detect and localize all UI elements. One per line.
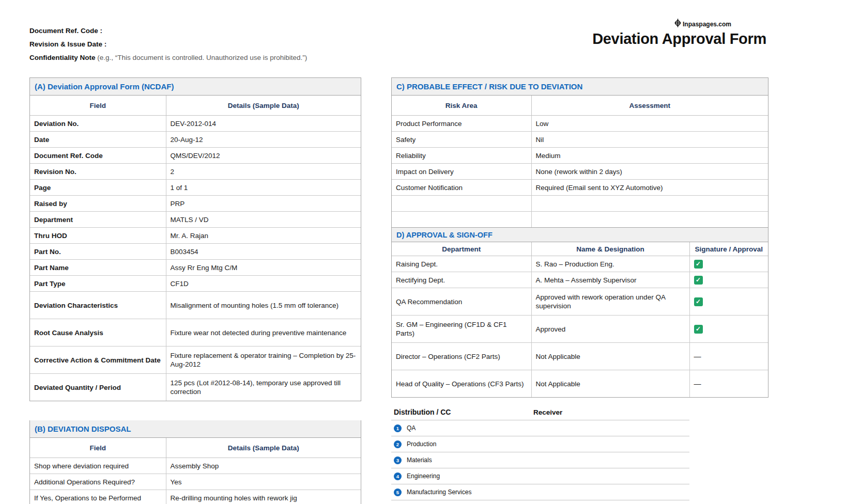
field-value: Fixture replacement & operator training … — [166, 346, 361, 374]
column-header-risk-area: Risk Area — [392, 96, 531, 116]
field-label: Deviation Characteristics — [30, 292, 166, 319]
table-row: Product Performance Low — [392, 116, 768, 132]
field-label: Root Cause Analysis — [30, 319, 166, 346]
table-row: Corrective Action & Commitment Date Fixt… — [30, 346, 361, 374]
field-value: Re-drilling mounting holes with rework j… — [166, 490, 361, 504]
confidentiality-label: Confidentiality Note — [29, 54, 96, 61]
risk-area: Product Performance — [392, 116, 531, 132]
section-c-rows: Product Performance Low Safety Nil Relia… — [392, 116, 768, 228]
logo-text: Inpaspages.com — [683, 21, 731, 28]
assessment-value: Nil — [531, 132, 768, 148]
approver-name: Not Applicable — [531, 343, 689, 370]
table-row: Reliability Medium — [392, 148, 768, 164]
table-row: Safety Nil — [392, 132, 768, 148]
distribution-item-label: Engineering — [407, 472, 440, 480]
table-row: Impact on Delivery None (rework within 2… — [392, 164, 768, 180]
logo: Inpaspages.com — [674, 19, 731, 29]
table-row: Part No. B003454 — [30, 244, 361, 260]
field-value: CF1D — [166, 276, 361, 292]
table-row: Part Type CF1D — [30, 276, 361, 292]
field-value: 1 of 1 — [166, 180, 361, 196]
risk-area — [392, 212, 531, 228]
table-row: Head of Quality – Operations (CF3 Parts)… — [392, 370, 768, 398]
approved-check-icon: ✓ — [694, 297, 703, 306]
section-c: C) PROBABLE EFFECT / RISK DUE TO DEVIATI… — [391, 77, 768, 228]
field-value: Assembly Shop — [166, 458, 361, 474]
section-a-table: Field Details (Sample Data) Deviation No… — [30, 96, 361, 401]
table-row: Rectifying Dept. A. Mehta – Assembly Sup… — [392, 272, 768, 288]
field-value: 2 — [166, 164, 361, 180]
signature-cell: ✓ — [689, 288, 768, 316]
field-value: Misalignment of mounting holes (1.5 mm o… — [166, 292, 361, 319]
assessment-value — [531, 196, 768, 212]
field-label: Raised by — [30, 196, 166, 212]
risk-area: Customer Notification — [392, 180, 531, 196]
field-label: Part Type — [30, 276, 166, 292]
distribution-item: 1 QA — [391, 420, 689, 436]
table-row: Director – Operations (CF2 Parts) Not Ap… — [392, 343, 768, 370]
distribution-item-label: Materials — [407, 456, 432, 464]
table-header-row: Department Name & Designation Signature … — [392, 242, 768, 256]
numbered-bullet-icon: 2 — [394, 440, 402, 448]
table-row: Part Name Assy Rr Eng Mtg C/M — [30, 260, 361, 276]
numbered-bullet-icon: 1 — [394, 424, 402, 432]
section-b: (B) DEVIATION DISPOSAL Field Details (Sa… — [29, 420, 361, 504]
field-value: Fixture wear not detected during prevent… — [166, 319, 361, 346]
field-value: Assy Rr Eng Mtg C/M — [166, 260, 361, 276]
table-row: Date 20-Aug-12 — [30, 132, 361, 148]
approver-department: Raising Dept. — [392, 256, 531, 272]
field-label: Corrective Action & Commitment Date — [30, 346, 166, 374]
field-label: Date — [30, 132, 166, 148]
section-b-title: (B) DEVIATION DISPOSAL — [30, 420, 361, 438]
section-c-table: Risk Area Assessment Product Performance… — [392, 96, 768, 227]
confidentiality-note: Confidentiality Note (e.g., “This docume… — [29, 54, 768, 61]
not-applicable-dash: — — [694, 352, 701, 360]
table-row: Page 1 of 1 — [30, 180, 361, 196]
assessment-value: None (rework within 2 days) — [531, 164, 768, 180]
column-header-details: Details (Sample Data) — [166, 438, 361, 458]
field-value: Yes — [166, 474, 361, 490]
risk-area: Safety — [392, 132, 531, 148]
section-d-rows: Raising Dept. S. Rao – Production Eng. ✓… — [392, 256, 768, 398]
signature-cell: — — [689, 370, 768, 398]
table-row: Shop where deviation required Assembly S… — [30, 458, 361, 474]
assessment-value: Low — [531, 116, 768, 132]
distribution-item: 4 Engineering — [391, 468, 689, 484]
table-row: Deviated Quantity / Period 125 pcs (Lot … — [30, 374, 361, 401]
field-label: If Yes, Operations to be Performed — [30, 490, 166, 504]
column-header-department: Department — [392, 242, 531, 256]
column-header-name-designation: Name & Designation — [531, 242, 689, 256]
table-row: Sr. GM – Engineering (CF1D & CF1 Parts) … — [392, 316, 768, 343]
risk-area: Reliability — [392, 148, 531, 164]
field-label: Department — [30, 212, 166, 228]
table-row: Deviation No. DEV-2012-014 — [30, 116, 361, 132]
approver-name: A. Mehta – Assembly Supervisor — [531, 272, 689, 288]
section-d: D) APPROVAL & SIGN-OFF Department Name &… — [391, 228, 768, 398]
assessment-value — [531, 212, 768, 228]
table-row: If Yes, Operations to be Performed Re-dr… — [30, 490, 361, 504]
numbered-bullet-icon: 5 — [394, 489, 402, 496]
field-label: Part No. — [30, 244, 166, 260]
distribution-items: 1 QA 2 Production 3 Materials 4 Engineer… — [391, 420, 689, 500]
field-value: QMS/DEV/2012 — [166, 148, 361, 164]
field-label: Shop where deviation required — [30, 458, 166, 474]
table-row: Additional Operations Required? Yes — [30, 474, 361, 490]
field-label: Deviation No. — [30, 116, 166, 132]
left-column: (A) Deviation Approval Form (NCDAF) Fiel… — [29, 77, 361, 504]
field-value: Mr. A. Rajan — [166, 228, 361, 244]
distribution-item-label: QA — [407, 424, 416, 432]
approved-check-icon: ✓ — [694, 260, 703, 269]
section-d-table: Department Name & Designation Signature … — [392, 242, 768, 397]
distribution-item: 2 Production — [391, 436, 689, 452]
assessment-value: Medium — [531, 148, 768, 164]
field-label: Additional Operations Required? — [30, 474, 166, 490]
distribution-item: 3 Materials — [391, 452, 689, 468]
field-label: Revision No. — [30, 164, 166, 180]
assessment-value: Required (Email sent to XYZ Automotive) — [531, 180, 768, 196]
approver-name: S. Rao – Production Eng. — [531, 256, 689, 272]
numbered-bullet-icon: 4 — [394, 472, 402, 480]
approver-department: Director – Operations (CF2 Parts) — [392, 343, 531, 370]
column-header-assessment: Assessment — [531, 96, 768, 116]
signature-cell: ✓ — [689, 316, 768, 343]
table-row — [392, 196, 768, 212]
